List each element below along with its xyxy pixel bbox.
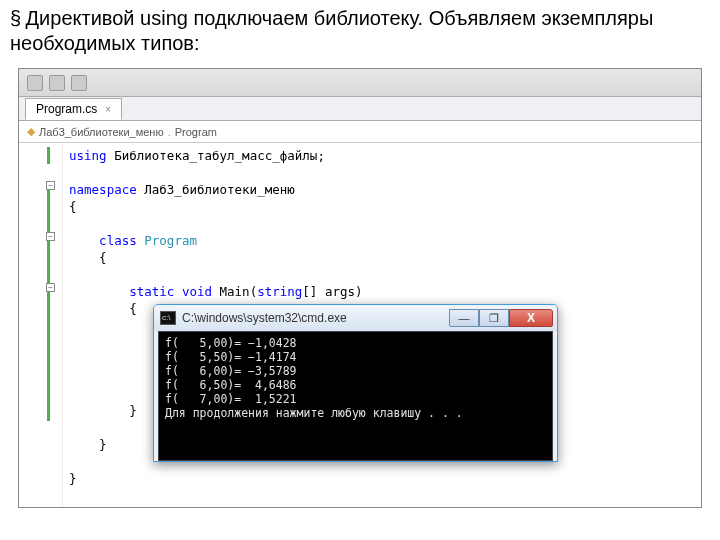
- maximize-button[interactable]: ❐: [479, 309, 509, 327]
- console-window[interactable]: c:\ C:\windows\system32\cmd.exe — ❐ X f(…: [153, 304, 558, 462]
- slide-caption: § Директивой using подключаем библиотеку…: [0, 0, 720, 68]
- ide-toolbar: [19, 69, 701, 97]
- console-titlebar[interactable]: c:\ C:\windows\system32\cmd.exe — ❐ X: [154, 305, 557, 331]
- breadcrumb-namespace: Лаб3_библиотеки_меню: [39, 126, 164, 138]
- tab-label: Program.cs: [36, 102, 97, 116]
- brace: {: [129, 301, 137, 316]
- editor-gutter: − − −: [19, 143, 63, 507]
- toolbar-icon[interactable]: [71, 75, 87, 91]
- fold-toggle-icon[interactable]: −: [46, 232, 55, 241]
- brace: }: [99, 437, 107, 452]
- breadcrumb-sep: .: [168, 126, 171, 138]
- change-marker: [47, 147, 50, 164]
- console-icon: c:\: [160, 311, 176, 325]
- namespace-icon: ◆: [27, 125, 35, 138]
- console-title: C:\windows\system32\cmd.exe: [182, 311, 443, 325]
- brace: }: [129, 403, 137, 418]
- brace: {: [69, 199, 77, 214]
- class-name: Program: [144, 233, 197, 248]
- tab-close-icon[interactable]: ×: [105, 104, 111, 115]
- kw-void: void: [182, 284, 212, 299]
- array-brackets: []: [302, 284, 317, 299]
- paren: ): [355, 284, 363, 299]
- console-line: f( 6,50)= 4,6486: [165, 378, 297, 392]
- console-line: Для продолжения нажмите любую клавишу . …: [165, 406, 463, 420]
- breadcrumb[interactable]: ◆ Лаб3_библиотеки_меню . Program: [19, 121, 701, 143]
- toolbar-icon[interactable]: [27, 75, 43, 91]
- console-output[interactable]: f( 5,00)= −1,0428 f( 5,50)= −1,4174 f( 6…: [158, 331, 553, 461]
- change-marker: [47, 181, 50, 421]
- using-namespace: Библиотека_табул_масс_файлы: [114, 148, 317, 163]
- console-line: f( 5,00)= −1,0428: [165, 336, 297, 350]
- method-name: Main: [220, 284, 250, 299]
- semicolon: ;: [317, 148, 325, 163]
- bullet-mark: §: [10, 6, 20, 31]
- console-line: f( 6,00)= −3,5789: [165, 364, 297, 378]
- namespace-name: Лаб3_библиотеки_меню: [144, 182, 295, 197]
- breadcrumb-class: Program: [175, 126, 217, 138]
- window-buttons: — ❐ X: [449, 309, 553, 327]
- kw-using: using: [69, 148, 107, 163]
- kw-class: class: [99, 233, 137, 248]
- slide-caption-text: Директивой using подключаем библиотеку. …: [10, 7, 653, 54]
- brace: }: [69, 471, 77, 486]
- file-tab[interactable]: Program.cs ×: [25, 98, 122, 120]
- kw-static: static: [129, 284, 174, 299]
- fold-toggle-icon[interactable]: −: [46, 283, 55, 292]
- param-name: args: [317, 284, 355, 299]
- brace: {: [99, 250, 107, 265]
- kw-string: string: [257, 284, 302, 299]
- tab-row: Program.cs ×: [19, 97, 701, 121]
- toolbar-icon[interactable]: [49, 75, 65, 91]
- fold-toggle-icon[interactable]: −: [46, 181, 55, 190]
- kw-namespace: namespace: [69, 182, 137, 197]
- close-button[interactable]: X: [509, 309, 553, 327]
- minimize-button[interactable]: —: [449, 309, 479, 327]
- console-line: f( 5,50)= −1,4174: [165, 350, 297, 364]
- console-line: f( 7,00)= 1,5221: [165, 392, 297, 406]
